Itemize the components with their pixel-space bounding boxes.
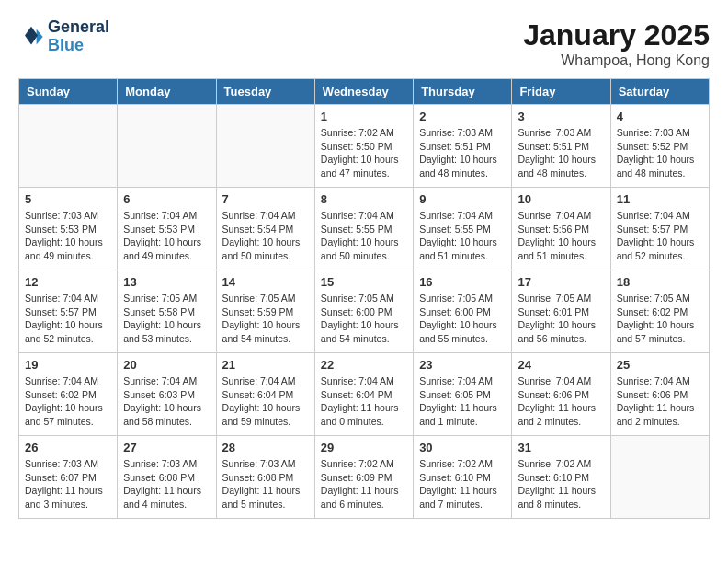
calendar-cell (19, 105, 118, 188)
day-number: 3 (518, 109, 604, 123)
calendar-cell: 13Sunrise: 7:05 AM Sunset: 5:58 PM Dayli… (118, 270, 216, 353)
column-header-tuesday: Tuesday (216, 79, 314, 105)
day-number: 14 (222, 275, 309, 289)
day-number: 11 (617, 192, 703, 206)
day-info: Sunrise: 7:03 AM Sunset: 5:51 PM Dayligh… (518, 126, 604, 180)
column-header-thursday: Thursday (414, 79, 512, 105)
calendar-cell: 1Sunrise: 7:02 AM Sunset: 5:50 PM Daylig… (314, 105, 413, 188)
svg-marker-1 (25, 27, 38, 45)
day-number: 9 (419, 192, 506, 206)
day-number: 8 (321, 192, 407, 206)
day-info: Sunrise: 7:05 AM Sunset: 6:00 PM Dayligh… (321, 292, 407, 346)
day-info: Sunrise: 7:04 AM Sunset: 6:05 PM Dayligh… (419, 374, 506, 429)
calendar-cell: 25Sunrise: 7:04 AM Sunset: 6:06 PM Dayli… (610, 353, 709, 436)
day-info: Sunrise: 7:04 AM Sunset: 5:57 PM Dayligh… (25, 292, 111, 346)
calendar-subtitle: Whampoa, Hong Kong (523, 52, 710, 69)
day-info: Sunrise: 7:05 AM Sunset: 6:02 PM Dayligh… (617, 292, 703, 346)
calendar-cell: 6Sunrise: 7:04 AM Sunset: 5:53 PM Daylig… (118, 188, 216, 270)
day-number: 28 (222, 441, 309, 454)
day-info: Sunrise: 7:02 AM Sunset: 6:09 PM Dayligh… (321, 457, 407, 511)
day-info: Sunrise: 7:04 AM Sunset: 5:57 PM Dayligh… (617, 209, 703, 263)
day-info: Sunrise: 7:03 AM Sunset: 5:51 PM Dayligh… (419, 126, 506, 180)
logo-icon (18, 24, 44, 50)
day-number: 5 (25, 192, 111, 206)
day-number: 22 (321, 358, 407, 372)
calendar-cell (118, 105, 216, 188)
day-number: 29 (321, 441, 407, 454)
calendar-header: SundayMondayTuesdayWednesdayThursdayFrid… (19, 79, 710, 105)
calendar-cell: 23Sunrise: 7:04 AM Sunset: 6:05 PM Dayli… (414, 353, 512, 436)
day-info: Sunrise: 7:05 AM Sunset: 5:59 PM Dayligh… (222, 292, 309, 346)
day-info: Sunrise: 7:04 AM Sunset: 5:56 PM Dayligh… (518, 209, 604, 263)
calendar-cell: 20Sunrise: 7:04 AM Sunset: 6:03 PM Dayli… (118, 353, 216, 436)
day-info: Sunrise: 7:04 AM Sunset: 5:53 PM Dayligh… (123, 209, 210, 263)
day-number: 4 (617, 109, 703, 123)
calendar-cell: 16Sunrise: 7:05 AM Sunset: 6:00 PM Dayli… (414, 270, 512, 353)
day-number: 10 (518, 192, 604, 206)
day-number: 31 (518, 441, 604, 454)
day-info: Sunrise: 7:04 AM Sunset: 5:55 PM Dayligh… (321, 209, 407, 263)
day-number: 2 (419, 109, 506, 123)
calendar-cell: 19Sunrise: 7:04 AM Sunset: 6:02 PM Dayli… (19, 353, 118, 436)
day-number: 27 (123, 441, 210, 454)
calendar-cell: 29Sunrise: 7:02 AM Sunset: 6:09 PM Dayli… (314, 436, 413, 519)
day-info: Sunrise: 7:04 AM Sunset: 6:04 PM Dayligh… (222, 374, 309, 429)
day-number: 18 (617, 275, 703, 289)
day-number: 23 (419, 358, 506, 372)
calendar-cell: 11Sunrise: 7:04 AM Sunset: 5:57 PM Dayli… (610, 188, 709, 270)
day-info: Sunrise: 7:04 AM Sunset: 5:55 PM Dayligh… (419, 209, 506, 263)
calendar-cell: 2Sunrise: 7:03 AM Sunset: 5:51 PM Daylig… (414, 105, 512, 188)
column-header-monday: Monday (118, 79, 216, 105)
day-number: 20 (123, 358, 210, 372)
calendar-cell: 31Sunrise: 7:02 AM Sunset: 6:10 PM Dayli… (512, 436, 610, 519)
calendar-table: SundayMondayTuesdayWednesdayThursdayFrid… (18, 78, 710, 519)
calendar-cell: 15Sunrise: 7:05 AM Sunset: 6:00 PM Dayli… (314, 270, 413, 353)
logo: General Blue (18, 18, 109, 55)
calendar-title: January 2025 (523, 18, 710, 52)
calendar-cell: 21Sunrise: 7:04 AM Sunset: 6:04 PM Dayli… (216, 353, 314, 436)
day-number: 1 (321, 109, 407, 123)
calendar-cell: 8Sunrise: 7:04 AM Sunset: 5:55 PM Daylig… (314, 188, 413, 270)
title-block: January 2025 Whampoa, Hong Kong (523, 18, 710, 69)
calendar-cell: 14Sunrise: 7:05 AM Sunset: 5:59 PM Dayli… (216, 270, 314, 353)
calendar-cell: 10Sunrise: 7:04 AM Sunset: 5:56 PM Dayli… (512, 188, 610, 270)
calendar-week-4: 19Sunrise: 7:04 AM Sunset: 6:02 PM Dayli… (19, 353, 710, 436)
day-info: Sunrise: 7:03 AM Sunset: 6:07 PM Dayligh… (25, 457, 111, 511)
calendar-week-5: 26Sunrise: 7:03 AM Sunset: 6:07 PM Dayli… (19, 436, 710, 519)
day-number: 12 (25, 275, 111, 289)
day-number: 15 (321, 275, 407, 289)
column-header-sunday: Sunday (19, 79, 118, 105)
day-info: Sunrise: 7:04 AM Sunset: 5:54 PM Dayligh… (222, 209, 309, 263)
calendar-cell (610, 436, 709, 519)
column-header-friday: Friday (512, 79, 610, 105)
calendar-cell: 5Sunrise: 7:03 AM Sunset: 5:53 PM Daylig… (19, 188, 118, 270)
day-number: 24 (518, 358, 604, 372)
day-info: Sunrise: 7:03 AM Sunset: 6:08 PM Dayligh… (222, 457, 309, 511)
day-number: 19 (25, 358, 111, 372)
calendar-week-2: 5Sunrise: 7:03 AM Sunset: 5:53 PM Daylig… (19, 188, 710, 270)
day-number: 17 (518, 275, 604, 289)
calendar-cell: 17Sunrise: 7:05 AM Sunset: 6:01 PM Dayli… (512, 270, 610, 353)
day-info: Sunrise: 7:02 AM Sunset: 6:10 PM Dayligh… (419, 457, 506, 511)
calendar-cell: 12Sunrise: 7:04 AM Sunset: 5:57 PM Dayli… (19, 270, 118, 353)
day-number: 21 (222, 358, 309, 372)
day-info: Sunrise: 7:04 AM Sunset: 6:06 PM Dayligh… (518, 374, 604, 429)
calendar-cell: 9Sunrise: 7:04 AM Sunset: 5:55 PM Daylig… (414, 188, 512, 270)
day-info: Sunrise: 7:04 AM Sunset: 6:04 PM Dayligh… (321, 374, 407, 429)
day-number: 7 (222, 192, 309, 206)
svg-marker-0 (37, 29, 43, 44)
calendar-cell: 24Sunrise: 7:04 AM Sunset: 6:06 PM Dayli… (512, 353, 610, 436)
column-header-wednesday: Wednesday (314, 79, 413, 105)
calendar-week-3: 12Sunrise: 7:04 AM Sunset: 5:57 PM Dayli… (19, 270, 710, 353)
day-info: Sunrise: 7:03 AM Sunset: 5:53 PM Dayligh… (25, 209, 111, 263)
calendar-cell: 22Sunrise: 7:04 AM Sunset: 6:04 PM Dayli… (314, 353, 413, 436)
logo-text: General Blue (48, 18, 109, 55)
day-info: Sunrise: 7:03 AM Sunset: 5:52 PM Dayligh… (617, 126, 703, 180)
calendar-cell: 18Sunrise: 7:05 AM Sunset: 6:02 PM Dayli… (610, 270, 709, 353)
calendar-cell: 4Sunrise: 7:03 AM Sunset: 5:52 PM Daylig… (610, 105, 709, 188)
day-info: Sunrise: 7:03 AM Sunset: 6:08 PM Dayligh… (123, 457, 210, 511)
day-info: Sunrise: 7:05 AM Sunset: 6:01 PM Dayligh… (518, 292, 604, 346)
day-number: 26 (25, 441, 111, 454)
day-info: Sunrise: 7:04 AM Sunset: 6:03 PM Dayligh… (123, 374, 210, 429)
day-info: Sunrise: 7:05 AM Sunset: 6:00 PM Dayligh… (419, 292, 506, 346)
